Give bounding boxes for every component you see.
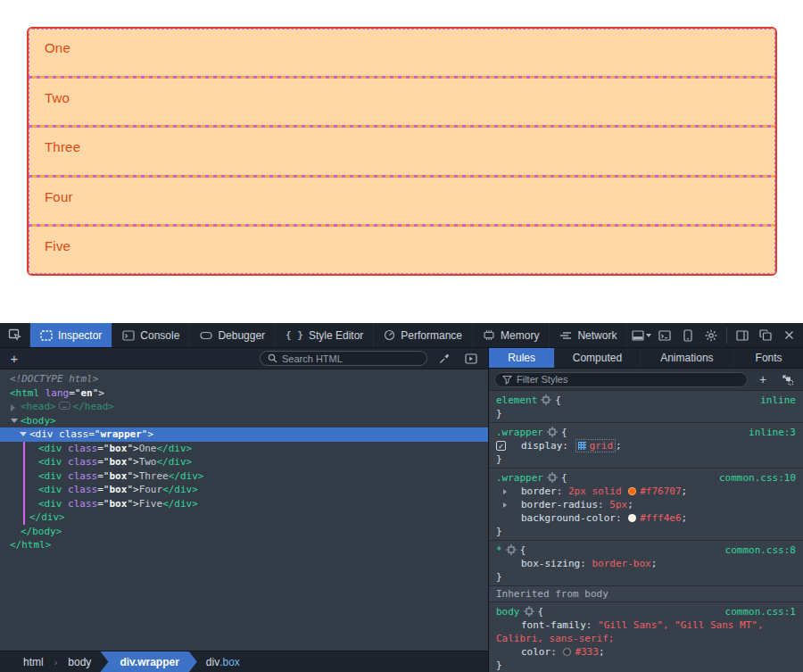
tab-memory[interactable]: Memory <box>473 323 550 347</box>
markup-node[interactable]: </body> <box>0 525 488 539</box>
collapsed-content-icon[interactable]: … <box>59 402 70 410</box>
markup-node[interactable]: <!DOCTYPE html> <box>0 372 488 386</box>
breadcrumb-item-body[interactable]: body <box>59 651 100 672</box>
markup-node[interactable]: <body> <box>0 414 488 428</box>
property-value: #fff4e6 <box>640 512 681 524</box>
grid-value-chip: grid <box>575 439 617 452</box>
property-value: #f76707 <box>640 485 681 497</box>
tab-label: Debugger <box>218 329 265 342</box>
highlight-selector-icon[interactable] <box>547 472 558 483</box>
tab-network[interactable]: Network <box>550 323 627 347</box>
tab-debugger[interactable]: Debugger <box>190 323 276 347</box>
breadcrumb: html›bodydiv.wrapperdiv.box <box>0 651 488 672</box>
twisty-icon[interactable] <box>11 404 15 411</box>
expand-arrow-icon[interactable] <box>503 502 507 508</box>
stylesheet-source-link[interactable]: common.css:8 <box>725 543 796 557</box>
grid-icon[interactable] <box>578 442 586 450</box>
stylesheet-source-link[interactable]: common.css:10 <box>719 471 796 485</box>
markup-node[interactable]: <div class="box">One</div> <box>0 442 488 456</box>
highlight-selector-icon[interactable] <box>524 606 534 617</box>
color-swatch[interactable] <box>563 648 571 656</box>
style-editor-icon: { } <box>286 329 303 341</box>
tab-animations[interactable]: Animations <box>641 348 735 368</box>
filter-styles-box[interactable] <box>494 372 748 387</box>
grid-box-label: Two <box>45 90 70 105</box>
tab-computed[interactable]: Computed <box>555 348 640 368</box>
declaration-checkbox[interactable]: ✓ <box>496 441 506 451</box>
markup-node[interactable]: <head>…</head> <box>0 400 488 414</box>
rule-selector[interactable]: .wrapper <box>496 427 543 438</box>
dock-side-icon <box>632 330 644 341</box>
rule-selector[interactable]: * <box>496 544 502 556</box>
css-declaration[interactable]: border: 2px solid #f76707; <box>489 485 803 498</box>
add-node-button[interactable]: + <box>5 351 23 366</box>
property-value: 5px <box>609 499 627 510</box>
windows-icon <box>759 329 772 341</box>
markup-node[interactable]: </div> <box>0 510 488 525</box>
tab-style-editor[interactable]: { } Style Editor <box>276 323 374 347</box>
css-declaration[interactable]: background-color: #fff4e6; <box>489 511 803 525</box>
breadcrumb-item-div[interactable]: div.box <box>197 651 249 672</box>
rule-selector[interactable]: element <box>496 394 537 406</box>
css-declaration[interactable]: color: #333; <box>489 645 803 659</box>
pseudo-class-button[interactable] <box>778 374 798 386</box>
markup-node[interactable]: </html> <box>0 538 488 552</box>
close-icon <box>784 330 794 340</box>
split-console-button[interactable] <box>654 325 675 346</box>
color-swatch[interactable] <box>628 514 636 522</box>
sidebar-toggle-button[interactable] <box>732 325 753 346</box>
css-rule: element{inline} <box>489 391 803 423</box>
tab-rules[interactable]: Rules <box>489 348 555 368</box>
stylesheet-source-link[interactable]: inline:3 <box>749 426 796 439</box>
stylesheet-source-link[interactable]: inline <box>760 394 796 407</box>
separate-window-button[interactable] <box>755 325 776 346</box>
css-declaration[interactable]: box-sizing: border-box; <box>489 557 803 570</box>
search-html-input[interactable] <box>282 353 419 364</box>
markup-node[interactable]: <div class="box">Two</div> <box>0 455 488 469</box>
close-devtools-button[interactable] <box>778 325 799 346</box>
rule-selector[interactable]: body <box>496 606 520 618</box>
css-declaration[interactable]: border-radius: 5px; <box>489 498 803 511</box>
highlight-selector-icon[interactable] <box>541 394 551 405</box>
highlight-selector-icon[interactable] <box>506 544 517 555</box>
css-declaration[interactable]: font-family: "Gill Sans", "Gill Sans MT"… <box>489 618 803 645</box>
markup-pane: + <!DOCTYPE html><html lang="en"><head>…… <box>0 348 489 672</box>
markup-node[interactable]: <div class="box">Four</div> <box>0 483 488 497</box>
filter-styles-input[interactable] <box>517 374 740 385</box>
sidebar-toggle-icon <box>736 330 749 341</box>
element-picker-button[interactable] <box>0 323 30 347</box>
expand-arrow-icon[interactable] <box>503 489 507 494</box>
css-rule: body{common.css:1font-family: "Gill Sans… <box>489 602 803 672</box>
property-value: "Gill Sans", "Gill Sans MT", <box>598 619 763 631</box>
tab-console[interactable]: Console <box>112 323 190 347</box>
dock-side-button[interactable] <box>631 325 652 346</box>
twisty-icon[interactable] <box>11 419 18 423</box>
markup-node[interactable]: <div class="box">Three</div> <box>0 469 488 484</box>
eyedropper-button[interactable] <box>435 353 454 364</box>
tab-performance[interactable]: Performance <box>374 323 473 347</box>
breadcrumb-item-div-wrapper[interactable]: div.wrapper <box>100 651 196 672</box>
markup-node-selected[interactable]: <div class="wrapper"> <box>0 427 488 442</box>
responsive-design-button[interactable] <box>677 325 699 346</box>
twisty-icon[interactable] <box>20 432 27 436</box>
search-html-box[interactable] <box>260 351 427 366</box>
rule-selector-line: .wrapper{inline:3 <box>489 426 803 439</box>
markup-node[interactable]: <div class="box">Five</div> <box>0 497 488 511</box>
tab-inspector[interactable]: Inspector <box>30 323 112 347</box>
rule-selector[interactable]: .wrapper <box>496 472 543 484</box>
add-rule-button[interactable]: + <box>753 372 773 386</box>
tab-label: Inspector <box>58 329 102 342</box>
breadcrumb-item-html[interactable]: html <box>14 651 53 672</box>
css-declaration[interactable]: ✓display: grid; <box>489 439 803 452</box>
tab-label: Network <box>577 329 617 342</box>
settings-button[interactable] <box>700 325 722 346</box>
debugger-icon <box>200 330 212 341</box>
markup-node[interactable]: <html lang="en"> <box>0 386 488 401</box>
tab-fonts[interactable]: Fonts <box>734 348 803 368</box>
highlight-selector-icon[interactable] <box>547 427 558 437</box>
color-swatch[interactable] <box>628 487 636 495</box>
paint-flashing-button[interactable] <box>461 353 481 364</box>
stylesheet-source-link[interactable]: common.css:1 <box>725 605 796 618</box>
grid-wrapper: OneTwoThreeFourFive <box>27 27 777 276</box>
css-rule: .wrapper{inline:3✓display: grid;} <box>489 423 803 469</box>
